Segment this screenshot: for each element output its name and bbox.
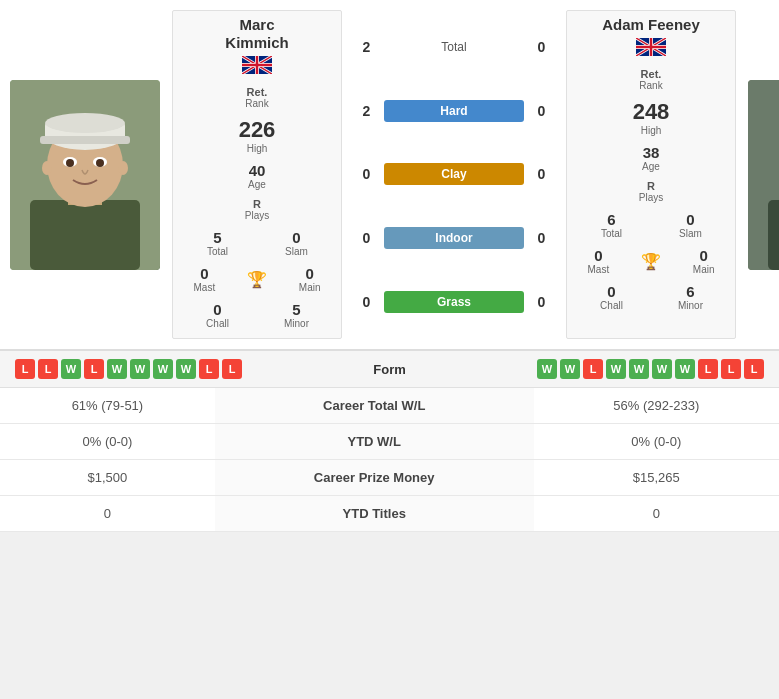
left-total-slam-row: 5 Total 0 Slam	[178, 229, 336, 257]
left-rank-row: Ret. Rank	[178, 86, 336, 109]
prize-label: Career Prize Money	[215, 460, 534, 496]
ytd-wl-right: 0% (0-0)	[534, 424, 779, 460]
form-badge-w: W	[107, 359, 127, 379]
form-badge-w: W	[61, 359, 81, 379]
titles-label: YTD Titles	[215, 496, 534, 532]
form-badge-w: W	[629, 359, 649, 379]
bottom-stats: LLWLWWWWLL Form WWLWWWWLLL 61% (79-51) C…	[0, 350, 779, 532]
right-player-stats: Adam Feeney Ret. Rank	[566, 10, 736, 339]
left-high-row: 226 High	[178, 117, 336, 154]
right-age-row: 38 Age	[572, 144, 730, 172]
right-chall-minor-row: 0 Chall 6 Minor	[572, 283, 730, 311]
right-plays-row: R Plays	[572, 180, 730, 203]
form-badge-w: W	[652, 359, 672, 379]
career-wl-left: 61% (79-51)	[0, 388, 215, 424]
left-age-row: 40 Age	[178, 162, 336, 190]
surface-indoor-label: Indoor	[384, 227, 524, 249]
svg-rect-1	[30, 200, 140, 270]
surface-clay-label: Clay	[384, 163, 524, 185]
right-form-badges: WWLWWWWLLL	[430, 359, 765, 379]
ytd-wl-left: 0% (0-0)	[0, 424, 215, 460]
stats-table: 61% (79-51) Career Total W/L 56% (292-23…	[0, 388, 779, 532]
left-mast-main-row: 0 Mast 🏆 0 Main	[178, 265, 336, 293]
form-badge-w: W	[560, 359, 580, 379]
left-player-photo	[0, 10, 170, 339]
left-player-flag	[242, 56, 272, 74]
surface-clay-row: 0 Clay 0	[354, 163, 554, 185]
left-chall-minor-row: 0 Chall 5 Minor	[178, 301, 336, 329]
form-badge-w: W	[537, 359, 557, 379]
left-player-name: Marc Kimmich	[225, 16, 288, 52]
form-badge-l: L	[698, 359, 718, 379]
left-trophy-icon: 🏆	[247, 270, 267, 289]
titles-left: 0	[0, 496, 215, 532]
surface-total-label: Total	[384, 36, 524, 58]
right-mast-main-row: 0 Mast 🏆 0 Main	[572, 247, 730, 275]
titles-row: 0 YTD Titles 0	[0, 496, 779, 532]
titles-right: 0	[534, 496, 779, 532]
form-row: LLWLWWWWLL Form WWLWWWWLLL	[0, 351, 779, 388]
middle-section: 2 Total 0 2 Hard 0 0 Clay 0 0 Indoor 0	[344, 10, 564, 339]
right-trophy-icon: 🏆	[641, 252, 661, 271]
form-badge-w: W	[176, 359, 196, 379]
form-badge-w: W	[675, 359, 695, 379]
form-badge-l: L	[38, 359, 58, 379]
right-rank-row: Ret. Rank	[572, 68, 730, 91]
form-badge-l: L	[721, 359, 741, 379]
surface-grass-label: Grass	[384, 291, 524, 313]
right-player-flag	[636, 38, 666, 56]
form-label: Form	[350, 362, 430, 377]
career-wl-row: 61% (79-51) Career Total W/L 56% (292-23…	[0, 388, 779, 424]
career-wl-label: Career Total W/L	[215, 388, 534, 424]
form-badge-l: L	[84, 359, 104, 379]
svg-point-11	[96, 159, 104, 167]
surface-total-row: 2 Total 0	[354, 36, 554, 58]
ytd-wl-label: YTD W/L	[215, 424, 534, 460]
form-badge-w: W	[130, 359, 150, 379]
ytd-wl-row: 0% (0-0) YTD W/L 0% (0-0)	[0, 424, 779, 460]
right-player-name: Adam Feeney	[602, 16, 700, 34]
main-container: Marc Kimmich Ret.	[0, 0, 779, 532]
left-player-stats: Marc Kimmich Ret.	[172, 10, 342, 339]
svg-point-6	[45, 113, 125, 133]
surface-hard-row: 2 Hard 0	[354, 100, 554, 122]
left-form-badges: LLWLWWWWLL	[15, 359, 350, 379]
form-badge-l: L	[583, 359, 603, 379]
prize-right: $15,265	[534, 460, 779, 496]
form-badge-w: W	[153, 359, 173, 379]
form-badge-l: L	[744, 359, 764, 379]
right-player-name-box: Adam Feeney	[602, 16, 700, 59]
right-total-slam-row: 6 Total 0 Slam	[572, 211, 730, 239]
right-player-photo	[738, 10, 779, 339]
top-section: Marc Kimmich Ret.	[0, 0, 779, 350]
svg-rect-7	[40, 136, 130, 144]
svg-point-12	[42, 161, 52, 175]
surface-indoor-row: 0 Indoor 0	[354, 227, 554, 249]
surface-hard-label: Hard	[384, 100, 524, 122]
prize-row: $1,500 Career Prize Money $15,265	[0, 460, 779, 496]
form-badge-l: L	[222, 359, 242, 379]
form-badge-l: L	[15, 359, 35, 379]
career-wl-right: 56% (292-233)	[534, 388, 779, 424]
prize-left: $1,500	[0, 460, 215, 496]
svg-point-10	[66, 159, 74, 167]
right-high-row: 248 High	[572, 99, 730, 136]
left-plays-row: R Plays	[178, 198, 336, 221]
left-player-name-box: Marc Kimmich	[225, 16, 288, 77]
surface-grass-row: 0 Grass 0	[354, 291, 554, 313]
svg-rect-33	[768, 200, 779, 270]
svg-point-13	[118, 161, 128, 175]
form-badge-w: W	[606, 359, 626, 379]
form-badge-l: L	[199, 359, 219, 379]
